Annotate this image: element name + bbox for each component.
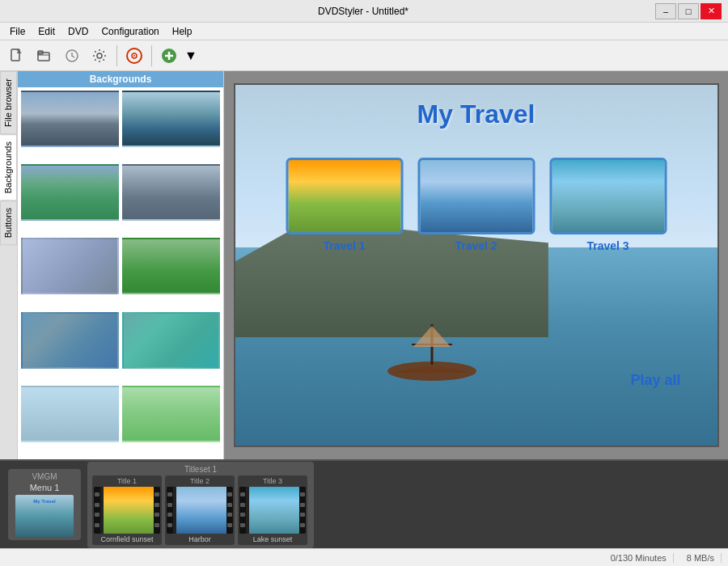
bg-thumb-light-blue[interactable] <box>21 386 119 442</box>
thumb-label-3: Travel 3 <box>586 239 629 252</box>
tab-file-browser[interactable]: File browser <box>0 71 17 134</box>
window-title: DVDStyler - Untitled* <box>318 6 408 17</box>
title-label-1: Title 1 <box>117 477 137 485</box>
menu-thumb-3[interactable]: Travel 3 <box>549 158 667 252</box>
recent-button[interactable] <box>60 44 84 68</box>
settings-button[interactable] <box>87 44 112 68</box>
tab-backgrounds[interactable]: Backgrounds <box>0 134 17 201</box>
title-block-1: Title 1 Cornfie <box>92 475 162 545</box>
film-hole <box>227 503 232 507</box>
bg-thumb-blue-texture[interactable] <box>21 312 119 369</box>
film-hole <box>240 503 245 507</box>
film-hole <box>300 513 305 517</box>
film-image-1 <box>104 487 157 534</box>
film-strip-left-3 <box>239 487 246 534</box>
title-name-2: Harbor <box>188 535 211 543</box>
film-hole <box>95 513 99 517</box>
bg-thumb-glass[interactable] <box>21 238 119 294</box>
film-strip-left-1 <box>94 487 100 534</box>
panel-header: Backgrounds <box>18 71 223 87</box>
film-hole <box>154 503 159 507</box>
thumb-row: Travel 1 Travel 2 Travel 3 <box>286 158 667 252</box>
film-hole <box>95 492 99 496</box>
title-block-2: Title 2 Harbor <box>165 475 235 545</box>
bg-thumb-green[interactable] <box>122 238 220 294</box>
film-hole <box>240 492 245 496</box>
menu-thumb-2[interactable]: Travel 2 <box>417 158 535 252</box>
film-hole <box>154 492 159 496</box>
thumb-image-3 <box>549 158 667 234</box>
film-hole <box>167 513 172 517</box>
menu-configuration[interactable]: Configuration <box>95 24 165 39</box>
maximize-button[interactable]: □ <box>678 3 699 19</box>
menu-edit[interactable]: Edit <box>32 24 61 39</box>
film-hole <box>300 523 305 527</box>
film-hole <box>300 503 305 507</box>
close-button[interactable]: ✕ <box>700 3 722 19</box>
vmgm-menu-label: Menu 1 <box>30 483 60 492</box>
menu-help[interactable]: Help <box>166 24 199 39</box>
film-hole <box>167 503 172 507</box>
open-button[interactable] <box>32 44 57 68</box>
new-button[interactable] <box>5 44 29 68</box>
status-size: 8 MB/s <box>680 553 722 563</box>
add-button[interactable] <box>157 44 181 68</box>
statusbar: 0/130 Minutes 8 MB/s <box>0 548 728 566</box>
title-name-1: Cornfield sunset <box>100 535 153 543</box>
bg-thumb-teal[interactable] <box>122 312 220 369</box>
menu-title: My Travel <box>417 99 535 129</box>
main-area: File browser Backgrounds Buttons Backgro… <box>0 71 728 459</box>
dvd-canvas[interactable]: My Travel Travel 1 Travel 2 Travel 3 Pla… <box>234 83 719 447</box>
title-film-1[interactable] <box>94 487 160 534</box>
tab-buttons[interactable]: Buttons <box>0 201 17 245</box>
toolbar-separator2 <box>151 45 152 66</box>
film-hole <box>227 523 232 527</box>
add-dropdown[interactable]: ▼ <box>184 44 197 68</box>
bg-thumb-mountain2[interactable] <box>122 164 220 221</box>
panel-content <box>18 87 223 459</box>
svg-marker-14 <box>413 326 451 347</box>
svg-point-4 <box>97 53 102 58</box>
burn-button[interactable] <box>122 44 146 68</box>
title-block-3: Title 3 Lake su <box>238 475 307 545</box>
film-hole <box>227 492 232 496</box>
film-hole <box>300 492 305 496</box>
bg-thumb-light-green[interactable] <box>122 386 220 442</box>
vmgm-label: VMGM <box>32 472 57 481</box>
title-label-3: Title 3 <box>263 477 282 485</box>
title-name-3: Lake sunset <box>253 535 293 543</box>
menu-thumb-1[interactable]: Travel 1 <box>286 158 403 252</box>
film-hole <box>154 513 159 517</box>
svg-point-7 <box>133 55 135 57</box>
title-label-2: Title 2 <box>190 477 210 485</box>
vmgm-block: VMGM Menu 1 My Travel <box>8 469 81 540</box>
film-hole <box>95 503 99 507</box>
menu-dvd[interactable]: DVD <box>61 24 95 39</box>
titleset-block: Titleset 1 Title 1 <box>87 462 314 548</box>
vmgm-preview-title: My Travel <box>33 499 55 504</box>
bg-thumb-mountains[interactable] <box>21 91 119 147</box>
title-film-2[interactable] <box>167 487 233 534</box>
play-all-button[interactable]: Play all <box>630 372 680 389</box>
window-controls: – □ ✕ <box>655 3 722 19</box>
film-strip-right-1 <box>154 487 160 534</box>
film-strip-left-2 <box>167 487 173 534</box>
vmgm-preview[interactable]: My Travel <box>15 495 74 537</box>
minimize-button[interactable]: – <box>655 3 676 19</box>
bg-thumb-ship[interactable] <box>122 91 220 147</box>
sidebar-tabs: File browser Backgrounds Buttons <box>0 71 18 459</box>
bg-thumb-river[interactable] <box>21 164 119 221</box>
titleset-label: Titleset 1 <box>92 465 309 474</box>
thumb-label-1: Travel 1 <box>323 239 365 252</box>
film-image-3 <box>249 487 303 534</box>
film-hole <box>240 513 245 517</box>
film-strip-right-3 <box>299 487 306 534</box>
film-strip-right-2 <box>226 487 233 534</box>
backgrounds-panel: Backgrounds <box>18 71 224 459</box>
bottom-panel: VMGM Menu 1 My Travel Titleset 1 Title 1 <box>0 459 728 548</box>
thumb-image-2 <box>417 158 535 234</box>
film-image-2 <box>176 487 230 534</box>
menu-file[interactable]: File <box>3 24 32 39</box>
film-hole <box>154 523 159 527</box>
title-film-3[interactable] <box>239 487 306 534</box>
